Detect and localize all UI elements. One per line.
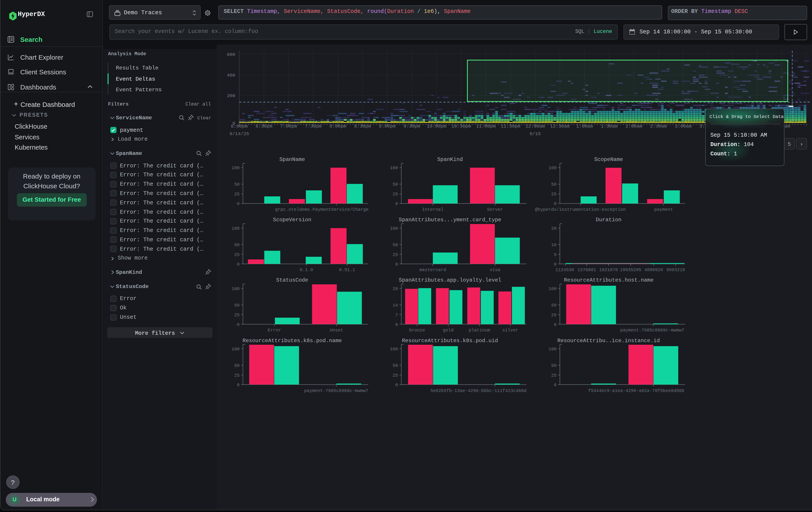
svg-text:0: 0 <box>395 322 398 327</box>
svg-text:25: 25 <box>234 313 240 318</box>
svg-text:20: 20 <box>551 226 556 231</box>
svg-text:platinum: platinum <box>469 328 490 333</box>
svg-text:10: 10 <box>551 242 556 247</box>
svg-text:SpanAttributes...yment.card_ty: SpanAttributes...yment.card_type <box>399 217 501 223</box>
svg-text:ResourceAttribu..ice.instance.: ResourceAttribu..ice.instance.id <box>557 338 660 344</box>
svg-text:grpc.oteldemo.PaymentService/C: grpc.oteldemo.PaymentService/Charge <box>275 207 369 212</box>
svg-text:StatusCode: StatusCode <box>276 277 308 283</box>
svg-text:1:00am: 1:00am <box>576 124 593 129</box>
svg-text:25: 25 <box>234 373 240 378</box>
svg-text:0: 0 <box>554 322 556 327</box>
svg-text:SpanKind: SpanKind <box>437 157 463 162</box>
svg-text:7:30pm: 7:30pm <box>305 124 322 129</box>
svg-text:@hyperdx/instrumentation-excep: @hyperdx/instrumentation-exception <box>535 207 626 212</box>
svg-text:50: 50 <box>393 363 398 368</box>
svg-text:7: 7 <box>395 313 398 318</box>
svg-text:50: 50 <box>393 242 398 247</box>
svg-text:9/14/25: 9/14/25 <box>229 131 249 136</box>
svg-text:50: 50 <box>551 182 556 187</box>
svg-text:14: 14 <box>393 303 398 308</box>
svg-text:19935295: 19935295 <box>620 267 641 272</box>
svg-text:Server: Server <box>487 207 503 212</box>
svg-text:50: 50 <box>234 363 240 368</box>
svg-text:10:00pm: 10:00pm <box>427 124 446 129</box>
svg-text:100: 100 <box>232 165 240 170</box>
svg-text:7:00pm: 7:00pm <box>280 124 297 129</box>
svg-text:payment-7985c8969c-mwmw7: payment-7985c8969c-mwmw7 <box>304 388 368 393</box>
svg-text:11:30pm: 11:30pm <box>501 124 520 129</box>
svg-text:2:30am: 2:30am <box>650 124 667 129</box>
svg-text:0.1.0: 0.1.0 <box>300 267 313 272</box>
svg-text:25: 25 <box>393 373 398 378</box>
svg-text:9/15: 9/15 <box>530 131 541 136</box>
svg-text:400: 400 <box>227 73 235 78</box>
svg-text:25: 25 <box>393 192 398 197</box>
svg-text:25: 25 <box>551 373 556 378</box>
svg-text:SpanAttributes.app.loyalty.lev: SpanAttributes.app.loyalty.level <box>399 277 501 283</box>
svg-text:gold: gold <box>443 328 454 333</box>
svg-text:11:00pm: 11:00pm <box>476 124 496 129</box>
svg-text:100: 100 <box>390 165 398 170</box>
svg-text:0: 0 <box>554 382 556 387</box>
svg-text:ResourceAttributes.k8s.pod.uid: ResourceAttributes.k8s.pod.uid <box>402 338 498 344</box>
svg-text:silver: silver <box>502 328 518 333</box>
svg-text:0: 0 <box>237 382 240 387</box>
svg-text:1621070: 1621070 <box>599 267 618 272</box>
svg-text:visa: visa <box>490 267 500 272</box>
svg-text:5e02b5fb-13ae-4296-bbbc-111f42: 5e02b5fb-13ae-4296-bbbc-111f423c460d <box>431 388 526 393</box>
svg-text:0: 0 <box>395 201 398 206</box>
svg-text:›: › <box>800 141 803 147</box>
svg-text:50: 50 <box>234 242 240 247</box>
svg-text:10:30pm: 10:30pm <box>452 124 471 129</box>
svg-text:9983218: 9983218 <box>666 267 685 272</box>
svg-text:12:30am: 12:30am <box>550 124 570 129</box>
svg-text:25: 25 <box>234 192 240 197</box>
svg-text:1376801: 1376801 <box>577 267 596 272</box>
svg-text:25: 25 <box>551 192 556 197</box>
svg-text:100: 100 <box>390 347 398 352</box>
svg-text:Internal: Internal <box>422 207 443 212</box>
svg-text:9:00pm: 9:00pm <box>379 124 396 129</box>
svg-text:0: 0 <box>554 201 556 206</box>
svg-text:mastercard: mastercard <box>419 267 446 272</box>
svg-text:25: 25 <box>234 252 240 257</box>
svg-text:0: 0 <box>395 382 398 387</box>
svg-text:100: 100 <box>390 226 398 231</box>
svg-text:5: 5 <box>554 252 556 257</box>
svg-text:Error: Error <box>268 328 281 333</box>
svg-text:8:30pm: 8:30pm <box>354 124 371 129</box>
svg-text:8:00pm: 8:00pm <box>329 124 346 129</box>
svg-text:0: 0 <box>554 262 556 267</box>
svg-text:0: 0 <box>395 262 398 267</box>
svg-text:bronze: bronze <box>409 328 425 333</box>
svg-text:2:00am: 2:00am <box>626 124 642 129</box>
svg-text:SpanName: SpanName <box>279 157 305 162</box>
svg-text:payment-7985c8969c-mwmw7: payment-7985c8969c-mwmw7 <box>620 328 684 333</box>
svg-text:3:00am: 3:00am <box>675 124 692 129</box>
svg-text:ScopeName: ScopeName <box>594 157 623 162</box>
svg-text:ResourceAttributes.host.name: ResourceAttributes.host.name <box>564 277 654 283</box>
svg-text:9:30pm: 9:30pm <box>404 124 420 129</box>
svg-text:100: 100 <box>232 226 240 231</box>
svg-text:50: 50 <box>234 303 240 308</box>
svg-text:50: 50 <box>234 182 240 187</box>
svg-text:0.51.1: 0.51.1 <box>339 267 355 272</box>
svg-text:0: 0 <box>237 201 240 206</box>
svg-text:600: 600 <box>227 52 235 57</box>
svg-text:100: 100 <box>549 347 556 352</box>
svg-text:0: 0 <box>237 262 240 267</box>
svg-text:100: 100 <box>549 165 556 170</box>
svg-text:4090920: 4090920 <box>644 267 663 272</box>
svg-text:Unset: Unset <box>330 328 343 333</box>
svg-text:Duration: Duration <box>596 217 621 223</box>
svg-text:100: 100 <box>549 286 556 291</box>
svg-text:ResourceAttributes.k8s.pod.nam: ResourceAttributes.k8s.pod.name <box>242 338 342 344</box>
svg-text:25: 25 <box>393 252 398 257</box>
svg-text:28: 28 <box>393 286 398 291</box>
svg-text:1:30am: 1:30am <box>601 124 618 129</box>
svg-text:200: 200 <box>227 93 235 99</box>
svg-text:50: 50 <box>551 363 556 368</box>
svg-text:6:30pm: 6:30pm <box>256 124 272 129</box>
svg-text:5: 5 <box>788 141 791 147</box>
svg-text:50: 50 <box>551 303 556 308</box>
